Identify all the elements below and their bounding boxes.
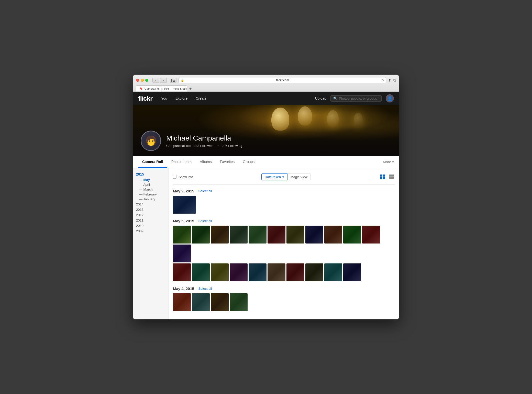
photo-thumb[interactable] [192, 293, 210, 311]
tab-favorites[interactable]: Favorites [216, 156, 239, 168]
back-button[interactable]: ‹ [152, 78, 159, 83]
photo-thumb[interactable] [249, 226, 267, 244]
photo-thumb[interactable] [249, 263, 267, 281]
svg-rect-4 [380, 175, 382, 177]
photo-thumb[interactable] [173, 293, 191, 311]
dropdown-arrow-icon: ▾ [282, 175, 284, 179]
close-button[interactable] [136, 79, 139, 82]
select-all-may5[interactable]: Select all [198, 219, 212, 223]
refresh-button[interactable]: ↻ [381, 78, 384, 82]
bulb-decoration-2 [298, 106, 312, 125]
sidebar-year-2015[interactable]: 2015 [136, 172, 165, 176]
select-all-may4[interactable]: Select all [198, 287, 212, 291]
photo-thumb[interactable] [211, 263, 229, 281]
photo-thumb[interactable] [362, 226, 380, 244]
maximize-button[interactable] [145, 79, 148, 82]
sidebar: 2015 — May — April — March — February — … [133, 168, 169, 319]
tab-camera-roll[interactable]: Camera Roll [138, 156, 167, 168]
list-view-button[interactable] [388, 173, 395, 180]
search-input[interactable] [339, 97, 379, 100]
sidebar-toggle-button[interactable] [170, 78, 176, 83]
photo-thumb[interactable] [173, 245, 191, 262]
nav-buttons: ‹ › [152, 78, 167, 83]
photo-thumb[interactable] [173, 196, 196, 214]
sidebar-year-2010[interactable]: 2010 [136, 223, 165, 228]
browser-actions: ⬆ ⧉ [388, 78, 396, 83]
select-all-may9[interactable]: Select all [198, 189, 212, 193]
photo-thumb[interactable] [268, 263, 285, 281]
tab-photostream[interactable]: Photostream [167, 156, 196, 168]
photo-thumb[interactable] [192, 226, 210, 244]
sidebar-year-2012[interactable]: 2012 [136, 212, 165, 218]
active-tab[interactable]: 🔖 Camera Roll | Flickr - Photo Sharing! [136, 85, 187, 91]
photo-thumb[interactable] [211, 226, 229, 244]
photo-thumb[interactable] [230, 226, 248, 244]
tab-title: Camera Roll | Flickr - Photo Sharing! [145, 87, 187, 90]
sidebar-month-may[interactable]: — May [136, 177, 165, 182]
sidebar-month-march[interactable]: — March [136, 187, 165, 192]
toolbar-center: Date taken ▾ Magic View [196, 173, 376, 180]
content-tabs: Camera Roll Photostream Albums Favorites… [133, 156, 399, 168]
checkbox-box[interactable] [173, 175, 176, 179]
browser-window: ‹ › 🔒 flickr.com ↻ ⬆ ⧉ [133, 75, 399, 319]
search-bar[interactable]: 🔍 [330, 95, 382, 102]
show-info-label: Show info [179, 175, 193, 179]
photo-thumb[interactable] [230, 263, 248, 281]
photo-thumb[interactable] [286, 226, 304, 244]
tab-duplicate-button[interactable]: ⧉ [393, 78, 396, 83]
photo-thumb[interactable] [305, 226, 323, 244]
sidebar-year-2011[interactable]: 2011 [136, 218, 165, 223]
minimize-button[interactable] [141, 79, 144, 82]
more-label: More [383, 160, 391, 164]
photo-thumb[interactable] [324, 226, 342, 244]
profile-username[interactable]: CampanellaFoto [166, 144, 191, 148]
photo-thumb[interactable] [268, 226, 285, 244]
show-info-checkbox[interactable]: Show info [173, 175, 193, 179]
user-avatar[interactable]: 👤 [386, 94, 394, 102]
grid-view-button[interactable] [379, 173, 386, 180]
sidebar-month-april[interactable]: — April [136, 182, 165, 187]
lock-icon: 🔒 [181, 79, 184, 82]
svg-rect-1 [173, 79, 175, 79]
svg-rect-2 [173, 80, 175, 80]
photo-thumb[interactable] [173, 226, 191, 244]
forward-button[interactable]: › [160, 78, 167, 83]
photo-thumb[interactable] [324, 263, 342, 281]
sidebar-year-2014[interactable]: 2014 [136, 202, 165, 207]
photo-thumb[interactable] [343, 226, 361, 244]
photo-thumb[interactable] [305, 263, 323, 281]
photo-thumb[interactable] [173, 263, 191, 281]
nav-explore[interactable]: Explore [172, 92, 191, 105]
flickr-logo[interactable]: flickr [138, 95, 152, 102]
photo-thumb[interactable] [211, 293, 229, 311]
avatar[interactable]: 🧑 [141, 131, 161, 151]
tab-more[interactable]: More ▾ [383, 156, 394, 168]
nav-create[interactable]: Create [192, 92, 210, 105]
nav-you[interactable]: You [158, 92, 171, 105]
sidebar-month-january[interactable]: — January [136, 197, 165, 202]
tab-groups[interactable]: Groups [239, 156, 259, 168]
photo-thumb[interactable] [343, 263, 361, 281]
profile-followers[interactable]: 243 Followers [194, 144, 214, 148]
magic-view-button[interactable]: Magic View [287, 173, 311, 180]
profile-following[interactable]: 226 Following [222, 144, 242, 148]
svg-rect-0 [171, 79, 172, 82]
svg-rect-8 [389, 175, 394, 177]
separator: • [217, 144, 219, 148]
svg-rect-9 [389, 177, 394, 179]
new-tab-button[interactable]: + [188, 86, 193, 91]
url-bar[interactable]: 🔒 flickr.com ↻ [179, 77, 386, 83]
share-button[interactable]: ⬆ [388, 78, 391, 82]
upload-button[interactable]: Upload [315, 96, 326, 100]
photo-thumb[interactable] [192, 263, 210, 281]
profile-banner: 🧑 Michael Campanella CampanellaFoto 243 … [133, 105, 399, 156]
sidebar-year-2013[interactable]: 2013 [136, 207, 165, 212]
sidebar-year-2009[interactable]: 2009 [136, 228, 165, 234]
photo-thumb[interactable] [230, 293, 248, 311]
sidebar-month-february[interactable]: — February [136, 192, 165, 197]
photo-thumb[interactable] [286, 263, 304, 281]
date-taken-button[interactable]: Date taken ▾ [261, 173, 287, 180]
chevron-down-icon: ▾ [392, 160, 394, 164]
photo-grid-may5-row2 [173, 263, 395, 281]
tab-albums[interactable]: Albums [196, 156, 216, 168]
